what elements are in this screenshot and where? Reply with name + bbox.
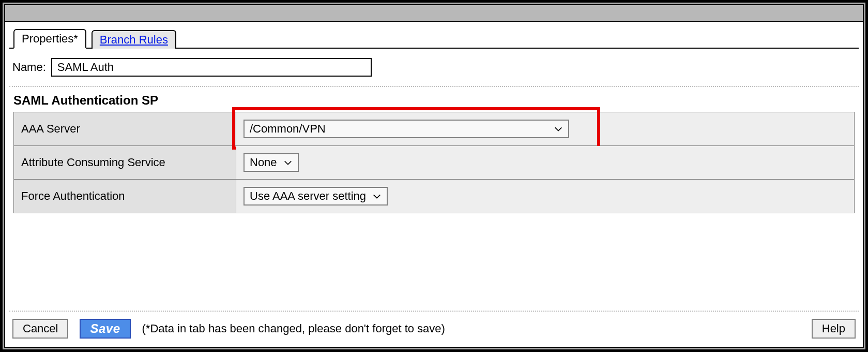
value-attr-consuming-cell: None: [236, 146, 855, 180]
name-row: Name:: [9, 49, 859, 86]
unsaved-note: (*Data in tab has been changed, please d…: [142, 322, 445, 335]
name-input[interactable]: [51, 58, 372, 77]
tab-branch-rules-link[interactable]: Branch Rules: [100, 33, 168, 46]
select-aaa-server[interactable]: /Common/VPN: [243, 120, 569, 138]
select-attr-consuming[interactable]: None: [243, 153, 299, 172]
label-aaa-server: AAA Server: [14, 112, 236, 146]
tabs-row: Properties* Branch Rules: [9, 28, 859, 49]
select-force-auth[interactable]: Use AAA server setting: [243, 187, 388, 206]
select-attr-consuming-value: None: [250, 156, 277, 169]
row-aaa-server: AAA Server /Common/VPN: [14, 112, 855, 146]
label-attr-consuming: Attribute Consuming Service: [14, 146, 236, 180]
help-button[interactable]: Help: [812, 319, 856, 339]
name-label: Name:: [12, 61, 46, 74]
form-table: AAA Server /Common/VPN Attribute Consumi…: [13, 112, 855, 213]
cancel-button[interactable]: Cancel: [12, 319, 68, 339]
chevron-down-icon: [554, 122, 563, 136]
tab-branch-rules-label: Branch Rules: [100, 33, 168, 46]
select-force-auth-value: Use AAA server setting: [250, 189, 366, 203]
label-force-auth: Force Authentication: [14, 180, 236, 213]
tab-properties[interactable]: Properties*: [13, 29, 86, 49]
chevron-down-icon: [283, 156, 293, 169]
save-button[interactable]: Save: [80, 319, 130, 339]
window-inner: Properties* Branch Rules Name: SAML Auth…: [4, 4, 864, 348]
value-force-auth-cell: Use AAA server setting: [236, 180, 855, 213]
select-aaa-server-value: /Common/VPN: [250, 122, 326, 136]
window-outer: Properties* Branch Rules Name: SAML Auth…: [0, 0, 868, 352]
title-bar: [5, 5, 863, 22]
tab-properties-label: Properties*: [22, 32, 78, 45]
chevron-down-icon: [372, 189, 382, 203]
content-area: Properties* Branch Rules Name: SAML Auth…: [5, 22, 863, 213]
row-force-authentication: Force Authentication Use AAA server sett…: [14, 180, 855, 213]
section-title: SAML Authentication SP: [9, 86, 859, 112]
tab-branch-rules[interactable]: Branch Rules: [92, 30, 176, 49]
row-attribute-consuming-service: Attribute Consuming Service None: [14, 146, 855, 180]
bottom-bar: Cancel Save (*Data in tab has been chang…: [9, 311, 859, 342]
value-aaa-server-cell: /Common/VPN: [236, 112, 855, 146]
